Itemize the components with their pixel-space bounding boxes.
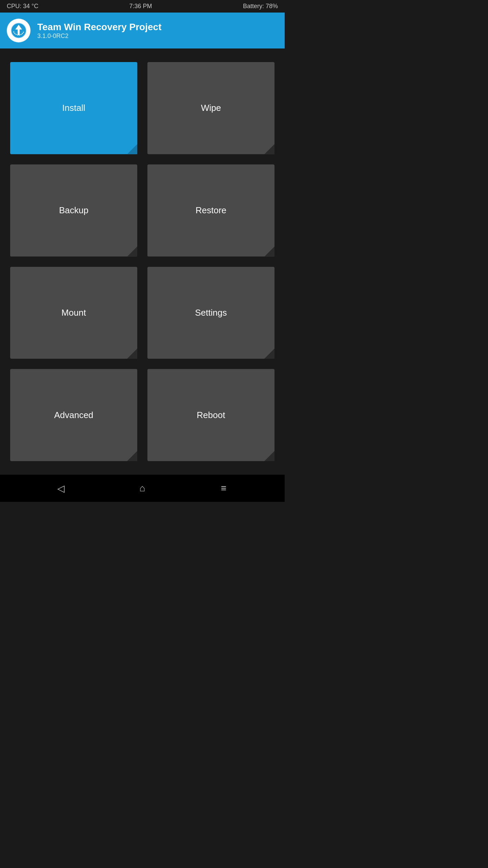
restore-button[interactable]: Restore: [147, 164, 274, 257]
main-menu-grid: Install Wipe Backup Restore Mount Settin…: [0, 48, 285, 475]
header-text-group: Team Win Recovery Project 3.1.0-0RC2: [37, 22, 161, 40]
backup-button[interactable]: Backup: [10, 164, 137, 257]
home-nav-icon[interactable]: ⌂: [134, 480, 151, 497]
back-nav-icon[interactable]: ◁: [53, 480, 69, 497]
cpu-status: CPU: 34 °C: [7, 3, 38, 10]
app-header: Team Win Recovery Project 3.1.0-0RC2: [0, 13, 285, 48]
settings-button[interactable]: Settings: [147, 267, 274, 359]
advanced-button[interactable]: Advanced: [10, 369, 137, 461]
nav-bar: ◁ ⌂ ≡: [0, 475, 285, 502]
wipe-button[interactable]: Wipe: [147, 62, 274, 154]
app-version: 3.1.0-0RC2: [37, 33, 161, 40]
twrp-logo-icon: [10, 22, 27, 39]
app-logo: [7, 19, 30, 42]
time-status: 7:36 PM: [129, 3, 152, 10]
menu-nav-icon[interactable]: ≡: [215, 480, 232, 497]
status-bar: CPU: 34 °C 7:36 PM Battery: 78%: [0, 0, 285, 13]
reboot-button[interactable]: Reboot: [147, 369, 274, 461]
mount-button[interactable]: Mount: [10, 267, 137, 359]
install-button[interactable]: Install: [10, 62, 137, 154]
app-title: Team Win Recovery Project: [37, 22, 161, 33]
battery-status: Battery: 78%: [243, 3, 278, 10]
